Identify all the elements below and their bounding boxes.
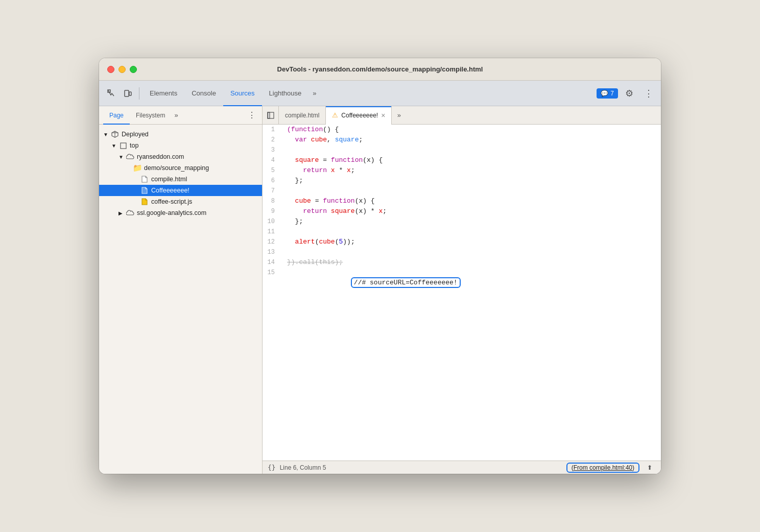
file-tab-coffee[interactable]: ⚠ Coffeeeeeee! × xyxy=(326,106,392,125)
line-code-13 xyxy=(283,247,661,257)
code-line-4: 4 square = function(x) { xyxy=(263,155,661,165)
code-line-2: 2 var cube, square; xyxy=(263,135,661,145)
line-num-13: 13 xyxy=(263,247,283,257)
code-line-14: 14 }).call(this); xyxy=(263,257,661,268)
code-line-12: 12 alert(cube(5)); xyxy=(263,237,661,247)
line-num-7: 7 xyxy=(263,186,283,196)
line-code-10: }; xyxy=(283,216,661,227)
line-num-9: 9 xyxy=(263,206,283,216)
traffic-lights xyxy=(107,66,137,73)
device-icon[interactable] xyxy=(120,85,136,102)
tree-arrow-ssl: ▶ xyxy=(118,210,126,216)
line-code-12: alert(cube(5)); xyxy=(283,237,661,247)
tab-filesystem[interactable]: Filesystem xyxy=(130,106,171,125)
code-line-6: 6 }; xyxy=(263,176,661,186)
more-dots-button[interactable]: ⋮ xyxy=(640,85,657,102)
left-tabs-more[interactable]: » xyxy=(171,111,181,119)
tab-elements[interactable]: Elements xyxy=(142,81,184,106)
tree-label-top: top xyxy=(130,142,138,149)
source-url-highlight: //# sourceURL=Coffeeeeeee! xyxy=(351,277,461,288)
file-tabs-more-button[interactable]: » xyxy=(392,106,406,125)
file-tree: ▼ Deployed ▼ xyxy=(99,125,262,474)
line-num-14: 14 xyxy=(263,257,283,268)
line-num-4: 4 xyxy=(263,155,283,165)
code-table: 1 (function() { 2 var cube, square; 3 xyxy=(263,125,661,298)
line-num-2: 2 xyxy=(263,135,283,145)
status-bar: {} Line 6, Column 5 (From compile.html:4… xyxy=(263,461,661,474)
line-num-15: 15 xyxy=(263,268,283,298)
code-editor[interactable]: 1 (function() { 2 var cube, square; 3 xyxy=(263,125,661,461)
tree-item-ssl[interactable]: ▶ ssl.google-analytics.com xyxy=(99,207,262,219)
maximize-button[interactable] xyxy=(130,66,137,73)
tree-item-coffee-script[interactable]: coffee-script.js xyxy=(99,196,262,207)
line-code-1: (function() { xyxy=(283,125,661,135)
line-code-14: }).call(this); xyxy=(283,257,661,268)
line-code-5: return x * x; xyxy=(283,165,661,176)
code-line-13: 13 xyxy=(263,247,661,257)
svg-rect-2 xyxy=(129,92,131,95)
close-button[interactable] xyxy=(107,66,114,73)
file-yellow-icon xyxy=(140,197,149,206)
line-code-7 xyxy=(283,186,661,196)
line-num-1: 1 xyxy=(263,125,283,135)
tree-label-coffee-script: coffee-script.js xyxy=(151,198,192,205)
cloud-ssl-icon xyxy=(126,208,135,217)
cloud-icon xyxy=(126,152,135,161)
file-tab-label-coffee: Coffeeeeeee! xyxy=(341,112,378,119)
code-line-11: 11 xyxy=(263,227,661,237)
file-tab-compile[interactable]: compile.html xyxy=(279,106,326,125)
tab-sources[interactable]: Sources xyxy=(223,81,262,106)
line-num-5: 5 xyxy=(263,165,283,176)
devtools-tabbar: Elements Console Sources Lighthouse » 💬 … xyxy=(99,81,661,106)
file-gray-icon xyxy=(140,175,149,184)
chat-icon: 💬 xyxy=(601,90,608,97)
left-panel: Page Filesystem » ⋮ ▼ xyxy=(99,106,263,474)
line-num-6: 6 xyxy=(263,176,283,186)
code-line-8: 8 cube = function(x) { xyxy=(263,196,661,206)
file-tabbar: compile.html ⚠ Coffeeeeeee! × » xyxy=(263,106,661,125)
left-tabbar: Page Filesystem » ⋮ xyxy=(99,106,262,125)
code-line-9: 9 return square(x) * x; xyxy=(263,206,661,216)
line-code-3 xyxy=(283,145,661,155)
format-icon[interactable]: {} xyxy=(268,464,276,471)
file-white-icon xyxy=(140,186,149,195)
window-title: DevTools - ryanseddon.com/demo/source_ma… xyxy=(277,65,483,73)
tree-item-top[interactable]: ▼ top xyxy=(99,140,262,151)
tree-item-ryanseddon[interactable]: ▼ ryanseddon.com xyxy=(99,151,262,162)
settings-button[interactable]: ⚙ xyxy=(621,85,637,102)
tab-separator xyxy=(139,87,139,100)
tab-console[interactable]: Console xyxy=(184,81,223,106)
line-code-6: }; xyxy=(283,176,661,186)
code-line-10: 10 }; xyxy=(263,216,661,227)
line-num-3: 3 xyxy=(263,145,283,155)
line-code-4: square = function(x) { xyxy=(283,155,661,165)
tab-page[interactable]: Page xyxy=(103,106,130,125)
line-num-11: 11 xyxy=(263,227,283,237)
collapse-sidebar-button[interactable] xyxy=(263,106,279,125)
code-line-3: 3 xyxy=(263,145,661,155)
tree-arrow-deployed: ▼ xyxy=(103,132,110,137)
frame-icon xyxy=(118,141,128,150)
badge-count: 7 xyxy=(610,90,614,97)
cube-icon xyxy=(110,130,120,139)
line-num-12: 12 xyxy=(263,237,283,247)
line-code-8: cube = function(x) { xyxy=(283,196,661,206)
tree-item-deployed[interactable]: ▼ Deployed xyxy=(99,129,262,140)
code-line-7: 7 xyxy=(263,186,661,196)
tree-item-compile[interactable]: compile.html xyxy=(99,174,262,185)
tab-lighthouse[interactable]: Lighthouse xyxy=(262,81,309,106)
left-tabs-dots[interactable]: ⋮ xyxy=(246,109,258,122)
file-tab-close-button[interactable]: × xyxy=(381,112,385,119)
from-compile-badge: (From compile.html:40) xyxy=(566,463,639,473)
devtools-window: DevTools - ryanseddon.com/demo/source_ma… xyxy=(99,58,661,474)
tree-item-coffee[interactable]: Coffeeeeeee! xyxy=(99,185,262,196)
line-num-8: 8 xyxy=(263,196,283,206)
inspect-icon[interactable] xyxy=(103,85,120,102)
devtools-body: Page Filesystem » ⋮ ▼ xyxy=(99,106,661,474)
notification-badge[interactable]: 💬 7 xyxy=(597,88,618,99)
tabs-more-button[interactable]: » xyxy=(308,87,320,99)
minimize-button[interactable] xyxy=(118,66,126,73)
upload-button[interactable]: ⬆ xyxy=(644,462,656,474)
tree-item-demo[interactable]: 📁 demo/source_mapping xyxy=(99,162,262,174)
file-tab-label-compile: compile.html xyxy=(285,112,319,119)
